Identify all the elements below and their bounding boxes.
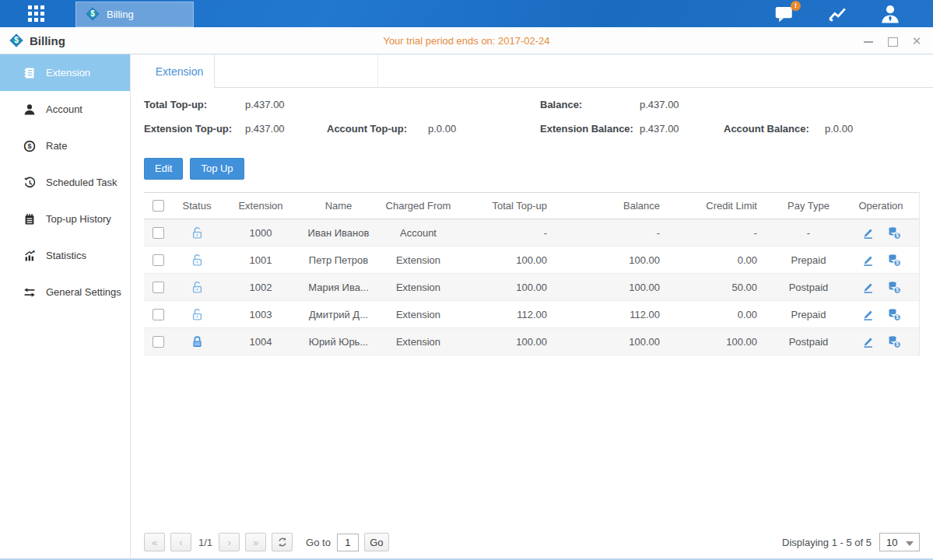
go-button[interactable]: Go (364, 533, 389, 551)
billing-app-tab-label: Billing (107, 9, 134, 20)
table-row[interactable]: 1004 Юрий Юрь... Extension 100.00 100.00… (144, 328, 919, 355)
row-checkbox[interactable] (153, 282, 164, 293)
row-topup-icon[interactable]: $ (887, 254, 901, 267)
table-row[interactable]: 1002 Мария Ива... Extension 100.00 100.0… (144, 274, 919, 301)
edit-button[interactable]: Edit (144, 158, 183, 180)
cell-credit-limit: 0.00 (677, 309, 774, 320)
sidebar-item-label: Top-up History (46, 213, 111, 225)
sidebar-item-extension[interactable]: Extension (0, 54, 130, 91)
notebook-icon (23, 213, 36, 226)
cell-charged-from: Extension (377, 282, 459, 293)
sidebar-item-rate[interactable]: $ Rate (0, 128, 130, 164)
row-edit-icon[interactable] (861, 254, 875, 267)
balance-value: p.437.00 (640, 99, 679, 110)
cell-pay-type: Postpaid (774, 282, 843, 293)
transfer-arrows-icon (23, 286, 36, 299)
last-page-button[interactable]: » (245, 533, 266, 551)
status-lock-icon (191, 226, 204, 237)
svg-text:$: $ (896, 314, 899, 320)
cell-balance: 100.00 (564, 254, 677, 266)
sidebar-item-label: Statistics (46, 250, 86, 261)
row-edit-icon[interactable] (861, 281, 875, 294)
page-indicator: 1/1 (198, 537, 212, 548)
sidebar-item-label: Extension (46, 67, 90, 79)
tab-strip-rest (378, 54, 933, 88)
first-page-button[interactable]: « (144, 533, 165, 551)
sidebar-item-account[interactable]: Account (0, 91, 130, 128)
sidebar-item-label: General Settings (46, 286, 121, 298)
topup-button[interactable]: Top Up (190, 158, 244, 180)
row-topup-icon[interactable]: $ (887, 281, 901, 294)
cell-name: Юрий Юрь... (300, 336, 377, 348)
user-account-icon[interactable] (879, 4, 902, 24)
cell-credit-limit: 50.00 (677, 282, 774, 293)
sidebar-item-scheduled-task[interactable]: Scheduled Task (0, 164, 130, 201)
row-checkbox[interactable] (153, 254, 164, 266)
cell-extension: 1004 (222, 336, 300, 348)
page-size-value: 10 (886, 537, 897, 548)
select-all-checkbox[interactable] (153, 200, 164, 212)
account-topup-value: p.0.00 (428, 123, 456, 135)
row-topup-icon[interactable]: $ (887, 308, 901, 321)
sidebar-item-label: Scheduled Task (46, 177, 118, 188)
minimize-button[interactable] (863, 36, 874, 47)
reports-chart-icon[interactable] (826, 4, 849, 24)
close-button[interactable]: ✕ (911, 36, 922, 47)
page-size-select[interactable]: 10 (879, 533, 920, 551)
row-edit-icon[interactable] (861, 335, 875, 348)
chevron-down-icon (906, 541, 914, 546)
goto-page-input[interactable] (337, 534, 359, 551)
cell-credit-limit: 0.00 (677, 254, 774, 266)
summary-panel: Total Top-up: p.437.00 Balance: p.437.00… (131, 88, 933, 150)
cell-name: Дмитрий Д... (300, 309, 377, 320)
cell-charged-from: Account (377, 227, 459, 239)
cell-extension: 1000 (222, 227, 300, 239)
col-header-total-topup: Total Top-up (459, 200, 564, 212)
table-row[interactable]: 1000 Иван Иванов Account - - - - (144, 219, 919, 247)
row-checkbox[interactable] (153, 227, 164, 239)
row-edit-icon[interactable] (861, 226, 875, 240)
billing-app-tab[interactable]: $ Billing (75, 2, 194, 27)
cell-pay-type: Prepaid (774, 254, 843, 266)
row-topup-icon[interactable]: $ (887, 335, 901, 348)
cell-balance: 100.00 (564, 282, 677, 293)
cell-balance: 112.00 (564, 309, 677, 320)
refresh-button[interactable] (272, 533, 293, 551)
cell-total-topup: - (459, 227, 564, 239)
notifications-icon[interactable]: ! (773, 4, 796, 24)
col-header-name: Name (300, 200, 377, 212)
tab-extension[interactable]: Extension (145, 54, 215, 88)
svg-text:$: $ (896, 341, 899, 348)
sidebar-item-topup-history[interactable]: Top-up History (0, 201, 130, 237)
extension-topup-value: p.437.00 (245, 123, 285, 135)
maximize-button[interactable] (887, 36, 898, 47)
notification-badge: ! (791, 1, 801, 11)
cell-credit-limit: 100.00 (677, 336, 774, 348)
sidebar-item-statistics[interactable]: Statistics (0, 237, 130, 274)
cell-extension: 1001 (222, 254, 300, 266)
row-checkbox[interactable] (153, 336, 164, 348)
col-header-pay-type: Pay Type (774, 200, 843, 212)
row-topup-icon[interactable]: $ (887, 226, 901, 240)
tab-strip-spacer (215, 54, 378, 88)
cell-total-topup: 100.00 (459, 254, 564, 266)
total-topup-label: Total Top-up: (144, 99, 207, 110)
displaying-text: Displaying 1 - 5 of 5 (782, 537, 872, 548)
row-edit-icon[interactable] (861, 308, 875, 321)
app-grid-icon[interactable] (28, 5, 44, 22)
sidebar-item-label: Rate (46, 140, 67, 152)
prev-page-button[interactable]: ‹ (170, 533, 191, 551)
status-lock-icon (191, 253, 204, 264)
next-page-button[interactable]: › (219, 533, 240, 551)
pagination-bar: « ‹ 1/1 › » Go to Go Displaying 1 - 5 of… (144, 532, 920, 552)
row-checkbox[interactable] (153, 309, 164, 320)
table-row[interactable]: 1003 Дмитрий Д... Extension 112.00 112.0… (144, 301, 919, 328)
status-lock-icon (191, 307, 204, 319)
cell-total-topup: 100.00 (459, 336, 564, 348)
cell-pay-type: Prepaid (774, 309, 843, 320)
sidebar-item-general-settings[interactable]: General Settings (0, 274, 130, 310)
cell-total-topup: 112.00 (459, 309, 564, 320)
table-row[interactable]: 1001 Петр Петров Extension 100.00 100.00… (144, 247, 919, 274)
svg-text:$: $ (27, 142, 31, 150)
col-header-operation: Operation (843, 200, 919, 212)
